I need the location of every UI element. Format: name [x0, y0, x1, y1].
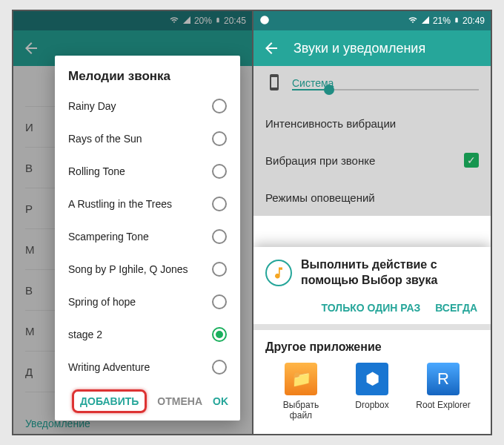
system-label: Система: [292, 77, 479, 89]
battery-icon: [454, 15, 460, 27]
settings-content: Система Интенсивность вибрации Вибрация …: [253, 66, 491, 216]
ringtone-item[interactable]: A Rustling in the Trees: [55, 188, 240, 220]
ringtone-list: Rainy Day Rays of the Sun Rolling Tone A…: [55, 90, 240, 383]
radio-icon[interactable]: [212, 99, 227, 113]
radio-icon[interactable]: [212, 229, 227, 244]
radio-icon[interactable]: [212, 327, 227, 342]
radio-icon[interactable]: [212, 294, 227, 309]
radio-icon[interactable]: [212, 197, 227, 211]
sheet-title-line1: Выполнить действие с: [301, 257, 437, 273]
dialog-actions: ДОБАВИТЬ ОТМЕНА OK: [55, 383, 240, 413]
svg-point-0: [260, 16, 269, 24]
phone-vibrate-icon: [265, 73, 283, 94]
radio-icon[interactable]: [212, 131, 227, 146]
other-apps-title: Другое приложение: [265, 340, 479, 354]
always-button[interactable]: ВСЕГДА: [435, 302, 477, 314]
app-dropbox[interactable]: ⬢ Dropbox: [342, 363, 402, 421]
dropbox-icon: ⬢: [356, 363, 388, 395]
dialog-title: Мелодии звонка: [55, 69, 240, 90]
signal-icon: [421, 16, 430, 27]
just-once-button[interactable]: ТОЛЬКО ОДИН РАЗ: [322, 302, 421, 314]
cancel-button[interactable]: ОТМЕНА: [157, 395, 202, 407]
sound-picker-icon: [265, 260, 292, 286]
page-title: Звуки и уведомления: [294, 41, 425, 56]
other-apps-section: Другое приложение 📁 Выбрать файл ⬢ Dropb…: [253, 330, 491, 434]
clock-text: 20:49: [462, 16, 485, 26]
checkbox-checked-icon[interactable]: ✓: [464, 153, 479, 168]
app-bar: Звуки и уведомления: [253, 30, 491, 66]
vibrate-on-call-row[interactable]: Вибрация при звонке ✓: [265, 142, 479, 179]
spotify-icon: [259, 15, 270, 27]
phone-left: 20% 20:45 И В Р М В М Д Уведомление Мело…: [13, 11, 252, 434]
status-bar: 21% 20:49: [253, 11, 491, 30]
ok-button[interactable]: OK: [213, 395, 228, 407]
volume-slider[interactable]: [292, 89, 479, 90]
phone-right: 21% 20:49 Звуки и уведомления Система И: [252, 11, 491, 434]
ringtone-item[interactable]: Writing Adventure: [55, 351, 240, 383]
divider: [253, 324, 491, 330]
wifi-icon: [408, 16, 418, 27]
app-root-explorer[interactable]: R Root Explorer: [414, 363, 473, 421]
root-explorer-icon: R: [427, 363, 460, 395]
vibration-intensity-row[interactable]: Интенсивность вибрации: [265, 105, 479, 142]
radio-icon[interactable]: [212, 262, 227, 277]
ringtone-item[interactable]: stage 2: [55, 318, 240, 351]
action-chooser-sheet: Выполнить действие с помощью Выбор звука…: [253, 247, 491, 434]
system-volume-row: Система: [265, 66, 479, 105]
notification-modes-row[interactable]: Режимы оповещений: [265, 179, 479, 216]
app-file-picker[interactable]: 📁 Выбрать файл: [271, 363, 331, 421]
ringtone-item[interactable]: Song by P Ighile, Q Jones: [55, 253, 240, 286]
sheet-actions: ТОЛЬКО ОДИН РАЗ ВСЕГДА: [253, 299, 491, 324]
battery-text: 21%: [433, 16, 451, 26]
sheet-title-line2: помощью Выбор звука: [301, 273, 437, 289]
back-icon[interactable]: [262, 39, 280, 57]
add-button[interactable]: ДОБАВИТЬ: [72, 389, 147, 413]
ringtone-item[interactable]: Rolling Tone: [55, 155, 240, 188]
ringtone-dialog: Мелодии звонка Rainy Day Rays of the Sun…: [55, 56, 240, 421]
radio-icon[interactable]: [212, 164, 227, 179]
radio-icon[interactable]: [212, 360, 227, 375]
folder-icon: 📁: [285, 363, 317, 395]
ringtone-item[interactable]: Rainy Day: [55, 90, 240, 122]
ringtone-item[interactable]: Spring of hope: [55, 286, 240, 318]
ringtone-item[interactable]: Scampering Tone: [55, 220, 240, 253]
sheet-header: Выполнить действие с помощью Выбор звука: [253, 247, 491, 299]
ringtone-item[interactable]: Rays of the Sun: [55, 122, 240, 155]
